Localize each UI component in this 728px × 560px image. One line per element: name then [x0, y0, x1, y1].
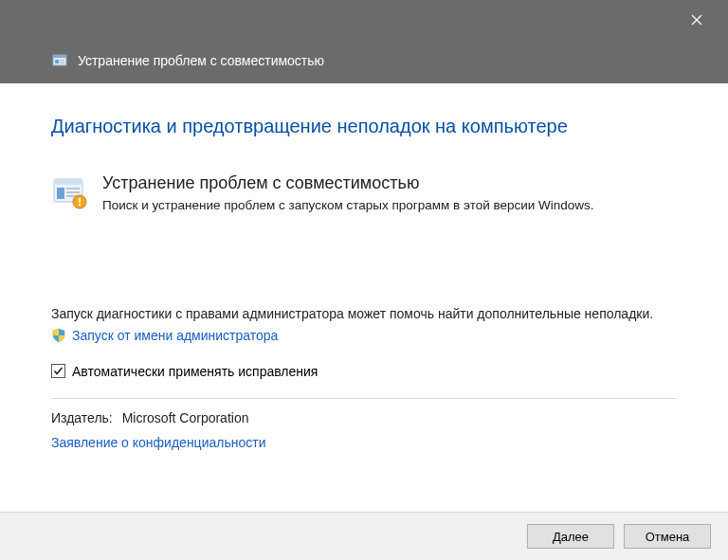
troubleshooter-description: Поиск и устранение проблем с запуском ст… — [102, 197, 594, 214]
troubleshooter-icon — [51, 173, 89, 211]
window-title: Устранение проблем с совместимостью — [78, 53, 324, 68]
privacy-link[interactable]: Заявление о конфиденциальности — [51, 435, 677, 450]
svg-rect-8 — [54, 179, 82, 185]
troubleshooter-title: Устранение проблем с совместимостью — [102, 173, 594, 193]
check-icon — [53, 366, 64, 376]
svg-rect-3 — [53, 55, 66, 58]
svg-rect-15 — [79, 204, 81, 206]
publisher-label: Издатель: — [51, 410, 113, 425]
publisher-value: Microsoft Corporation — [122, 410, 249, 425]
svg-rect-12 — [66, 195, 76, 197]
cancel-button[interactable]: Отмена — [624, 524, 711, 549]
run-as-admin-link[interactable]: Запуск от имени администратора — [72, 328, 278, 343]
content-area: Диагностика и предотвращение неполадок н… — [0, 83, 728, 512]
auto-fix-checkbox[interactable] — [51, 364, 65, 378]
auto-fix-label: Автоматически применять исправления — [72, 364, 318, 379]
svg-rect-9 — [57, 188, 64, 199]
troubleshooter-block: Устранение проблем с совместимостью Поис… — [51, 173, 677, 214]
svg-rect-5 — [60, 60, 64, 62]
shield-icon — [51, 328, 66, 343]
window-icon — [51, 52, 68, 69]
close-icon — [691, 14, 702, 26]
footer: Далее Отмена — [0, 512, 728, 560]
page-heading: Диагностика и предотвращение неполадок н… — [51, 116, 677, 137]
admin-hint: Запуск диагностики с правами администрат… — [51, 305, 677, 324]
svg-rect-4 — [55, 60, 59, 63]
svg-rect-10 — [66, 188, 80, 190]
close-button[interactable] — [677, 6, 717, 34]
publisher-row: Издатель: Microsoft Corporation — [51, 410, 677, 425]
divider — [51, 398, 677, 399]
svg-rect-14 — [79, 198, 81, 203]
svg-rect-6 — [60, 63, 64, 64]
svg-rect-11 — [66, 191, 80, 193]
next-button[interactable]: Далее — [527, 524, 614, 549]
titlebar: Устранение проблем с совместимостью — [0, 0, 728, 83]
